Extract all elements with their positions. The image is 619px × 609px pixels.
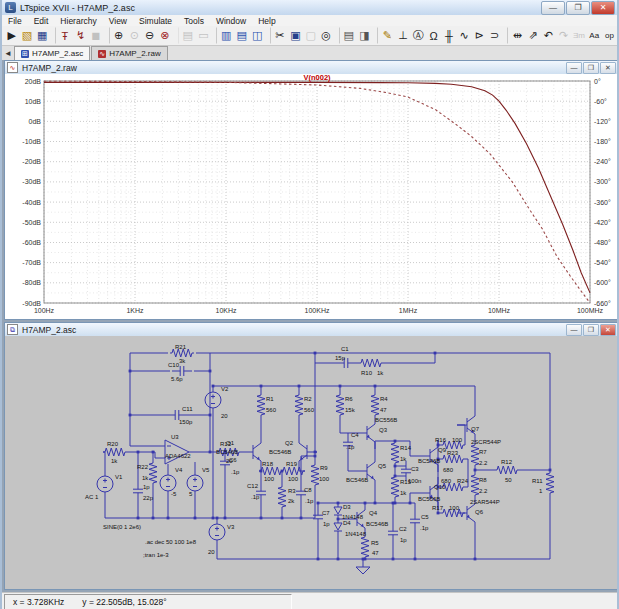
svg-text:1KHz: 1KHz [126, 307, 144, 314]
toolbar-find-icon[interactable]: ◎ [318, 27, 333, 44]
menu-tools[interactable]: Tools [178, 16, 210, 26]
toolbar-undo-icon[interactable]: ↶ [541, 27, 556, 44]
toolbar-drag-icon[interactable]: ⇗ [525, 27, 540, 44]
maximize-button[interactable]: ❐ [566, 1, 590, 15]
toolbar-print-icon[interactable]: ▤ [339, 27, 357, 44]
svg-text:Q9: Q9 [438, 447, 447, 453]
plot-minimize-button[interactable]: — [566, 62, 582, 74]
toolbar-print-preview-icon[interactable]: ◨ [357, 27, 372, 44]
svg-text:15p: 15p [335, 355, 346, 361]
svg-text:-80dB: -80dB [22, 279, 41, 286]
toolbar-zoom-full-icon[interactable]: ⊗ [157, 27, 172, 44]
svg-text:-300°: -300° [594, 178, 611, 185]
toolbar-move-icon[interactable]: ⇹ [507, 27, 525, 44]
svg-text:R8: R8 [479, 477, 487, 483]
tab-h7amp_2.raw[interactable]: ∿H7AMP_2.raw [91, 46, 168, 60]
menu-file[interactable]: File [2, 16, 28, 26]
menu-hierarchy[interactable]: Hierarchy [54, 16, 102, 26]
svg-text:R20: R20 [107, 441, 119, 447]
toolbar-plot-settings-icon: ▤ [178, 27, 196, 44]
plot-close-button[interactable]: ✕ [600, 62, 616, 74]
toolbar-cascade-icon[interactable]: ◫ [249, 27, 264, 44]
plot-restore-button[interactable]: ❐ [583, 62, 599, 74]
toolbar-cut-icon[interactable]: ✂ [270, 27, 288, 44]
svg-text:1: 1 [539, 488, 543, 494]
toolbar-run-icon[interactable]: ▶ [4, 27, 19, 44]
schematic-svg[interactable]: R213kC105.6pC11150pU3ADA4622R1320R201kV1… [5, 336, 618, 589]
svg-text:-540°: -540° [594, 259, 611, 266]
menu-view[interactable]: View [103, 16, 133, 26]
toolbar-tile-vertical-icon[interactable]: ▥ [216, 27, 234, 44]
toolbar-zoom-in-icon[interactable]: ⊕ [109, 27, 127, 44]
svg-text:-30dB: -30dB [22, 178, 41, 185]
toolbar-redo-icon: ↷ [556, 27, 571, 44]
toolbar-halt-icon: ◼ [88, 27, 103, 44]
waveform-plot[interactable]: 20dB0°10dB-60°0dB-120°-10dB-180°-20dB-24… [5, 74, 618, 319]
svg-text:C12: C12 [247, 483, 259, 489]
svg-text:.1p: .1p [420, 525, 429, 531]
window-title: LTspice XVII - H7AMP_2.asc [20, 3, 135, 13]
toolbar-ground-icon[interactable]: ⊥ [395, 27, 410, 44]
svg-text:D3: D3 [343, 504, 351, 510]
ltspice-window: L LTspice XVII - H7AMP_2.asc — ❐ ✕ FileE… [0, 0, 619, 609]
toolbar-tile-horizontal-icon[interactable]: ▤ [234, 27, 249, 44]
schematic-canvas[interactable]: R213kC105.6pC11150pU3ADA4622R1320R201kV1… [5, 336, 618, 589]
svg-text:R24: R24 [457, 478, 469, 484]
svg-text:-240°: -240° [594, 158, 611, 165]
toolbar-label-net-icon[interactable]: Ⓐ [411, 27, 426, 44]
svg-text:SINE(0 1 2e6): SINE(0 1 2e6) [103, 524, 141, 530]
toolbar-component-icon[interactable]: ⊃ [487, 27, 502, 44]
svg-text:C4: C4 [351, 432, 359, 438]
svg-text:100: 100 [319, 476, 330, 482]
tab-scroll-left-icon[interactable]: ◄ [2, 48, 14, 60]
toolbar-edit-pencil-icon[interactable]: ✎ [377, 27, 395, 44]
toolbar-inductor-icon[interactable]: ∿ [456, 27, 471, 44]
svg-text:R17: R17 [432, 505, 444, 511]
svg-text:0°: 0° [594, 78, 601, 85]
menu-help[interactable]: Help [252, 16, 281, 26]
svg-text:1k: 1k [142, 475, 149, 481]
svg-text:0dB: 0dB [29, 118, 42, 125]
schematic-close-button[interactable]: ✕ [600, 324, 616, 336]
svg-text:1p: 1p [143, 484, 150, 490]
menu-window[interactable]: Window [210, 16, 252, 26]
schematic-minimize-button[interactable]: — [566, 324, 582, 336]
toolbar-zoom-out-icon[interactable]: ⊖ [142, 27, 157, 44]
schematic-window-titlebar[interactable]: ⧉ H7AMP_2.asc — ❐ ✕ [5, 323, 618, 337]
toolbar-save-icon[interactable]: ▦ [35, 27, 50, 44]
toolbar-capacitor-icon[interactable]: ╫ [441, 27, 456, 44]
svg-text:100: 100 [452, 437, 463, 443]
menu-edit[interactable]: Edit [28, 16, 55, 26]
toolbar-run-simulation-icon[interactable]: ↯ [73, 27, 88, 44]
title-bar[interactable]: L LTspice XVII - H7AMP_2.asc — ❐ ✕ [2, 0, 617, 16]
toolbar-copy-icon[interactable]: ▣ [288, 27, 303, 44]
toolbar-text-icon[interactable]: Aa [587, 27, 602, 44]
svg-text:-5: -5 [171, 491, 177, 497]
svg-text:C8: C8 [304, 487, 312, 493]
toolbar-spice-directive-icon[interactable]: op [602, 27, 617, 44]
toolbar-resistor-icon[interactable]: Ω [426, 27, 441, 44]
svg-text:BC546B: BC546B [216, 449, 238, 455]
tab-raw-icon: ∿ [98, 50, 106, 58]
svg-text:10KHz: 10KHz [215, 307, 237, 314]
close-button[interactable]: ✕ [591, 1, 615, 15]
waveform-window-titlebar[interactable]: ∿ H7AMP_2.raw — ❐ ✕ [5, 61, 618, 75]
svg-text:C10: C10 [168, 362, 180, 368]
svg-text:1N4148: 1N4148 [345, 531, 367, 537]
minimize-button[interactable]: — [541, 1, 565, 15]
toolbar-control-panel-icon[interactable]: Ŧ [55, 27, 73, 44]
status-bar: x = 3.728KHz y = 22.505dB, 15.028° [2, 592, 617, 609]
toolbar-diode-icon[interactable]: ⊳ [472, 27, 487, 44]
svg-text:20: 20 [208, 549, 215, 555]
tab-h7amp_2.asc[interactable]: ⊞H7AMP_2.asc [14, 46, 90, 60]
svg-text:BC546B: BC546B [269, 449, 291, 455]
waveform-plot-svg[interactable]: 20dB0°10dB-60°0dB-120°-10dB-180°-20dB-24… [5, 74, 618, 320]
svg-text:C11: C11 [182, 406, 193, 412]
menu-simulate[interactable]: Simulate [133, 16, 178, 26]
svg-text:-480°: -480° [594, 239, 611, 246]
svg-text:10dB: 10dB [25, 98, 42, 105]
schematic-restore-button[interactable]: ❐ [583, 324, 599, 336]
toolbar-open-icon[interactable]: ▧ [19, 27, 34, 44]
svg-text:10MHz: 10MHz [488, 307, 511, 314]
svg-text:R2: R2 [304, 396, 312, 402]
